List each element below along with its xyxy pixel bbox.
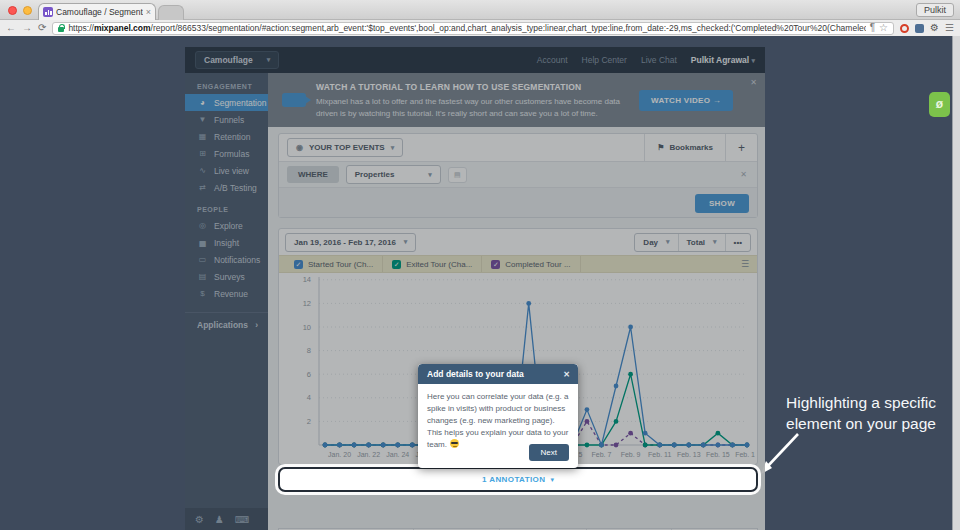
address-bar[interactable]: https://mixpanel.com/report/866533/segme… xyxy=(52,22,894,35)
page-scrollbar[interactable] xyxy=(952,36,960,530)
reload-button[interactable]: ⟳ xyxy=(38,23,46,33)
back-button[interactable]: ← xyxy=(6,23,16,33)
tour-popup: Add details to your data ✕ Here you can … xyxy=(418,364,578,468)
new-tab-button[interactable] xyxy=(158,5,184,20)
popup-body: Here you can correlate your data (e.g. a… xyxy=(418,384,578,451)
chevron-down-icon: ▾ xyxy=(550,476,554,484)
https-padlock-icon xyxy=(58,27,64,32)
tab-title: Camouflage / Segmentatio xyxy=(56,7,143,17)
annotations-bar[interactable]: 1 ANNOTATION ▾ xyxy=(278,467,758,492)
browser-tab[interactable]: Camouflage / Segmentatio × xyxy=(38,3,156,20)
popup-close-icon[interactable]: ✕ xyxy=(563,370,570,379)
browser-toolbar: ← → ⟳ https://mixpanel.com/report/866533… xyxy=(0,20,960,36)
bookmark-glyph-icon[interactable]: ¶ xyxy=(870,23,875,33)
url-text: https://mixpanel.com/report/866533/segme… xyxy=(68,23,865,33)
tab-close-icon[interactable]: × xyxy=(146,7,151,17)
browser-menu-icon[interactable]: ☰ xyxy=(945,23,954,33)
extension-icons: ⚙ ☰ xyxy=(900,23,954,33)
browser-titlebar: Camouflage / Segmentatio × Pulkit xyxy=(0,0,960,20)
settings-gear-icon[interactable]: ⚙ xyxy=(930,23,939,33)
minimize-window-button[interactable] xyxy=(23,6,32,15)
close-window-button[interactable] xyxy=(8,6,17,15)
next-button[interactable]: Next xyxy=(529,444,569,461)
browser-chrome: Camouflage / Segmentatio × Pulkit ← → ⟳ … xyxy=(0,0,960,36)
annotation-count-label: 1 ANNOTATION xyxy=(482,475,545,484)
star-bookmark-icon[interactable]: ☆ xyxy=(879,23,888,33)
extension-red-icon[interactable] xyxy=(900,24,909,33)
extension-blue-icon[interactable] xyxy=(915,24,924,33)
chameleon-widget-button[interactable]: ø xyxy=(929,92,950,117)
forward-button[interactable]: → xyxy=(22,23,32,33)
sunglasses-emoji-icon xyxy=(450,439,459,448)
popup-title: Add details to your data xyxy=(427,369,524,379)
mixpanel-favicon-icon xyxy=(43,7,53,17)
browser-profile-label[interactable]: Pulkit xyxy=(916,3,954,17)
